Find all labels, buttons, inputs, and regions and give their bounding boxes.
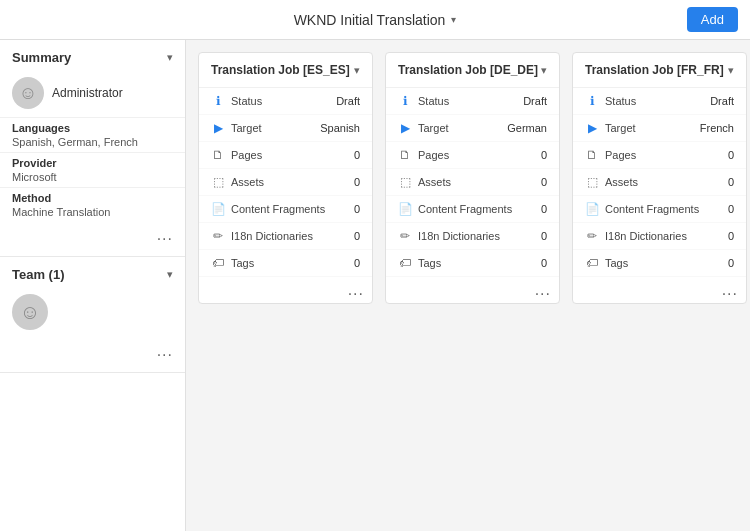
main-layout: Summary ▾ ☺ Administrator Languages Span… — [0, 40, 750, 531]
table-row: ℹ Status Draft — [199, 88, 372, 115]
team-more-button[interactable]: ... — [0, 338, 185, 368]
languages-value: Spanish, German, French — [12, 136, 173, 148]
row-value: 0 — [728, 257, 734, 269]
summary-panel: Summary ▾ ☺ Administrator Languages Span… — [0, 40, 185, 257]
job-card-es-rows: ℹ Status Draft ▶ Target Spanish 🗋 Pages … — [199, 88, 372, 277]
row-left: 📄 Content Fragments — [398, 202, 512, 216]
job-card-de-header: Translation Job [DE_DE] ▾ — [386, 53, 559, 88]
row-value: 0 — [354, 257, 360, 269]
summary-more-button[interactable]: ... — [0, 222, 185, 252]
avatar: ☺ — [12, 77, 44, 109]
table-row: ℹ Status Draft — [386, 88, 559, 115]
table-row: ✏ I18n Dictionaries 0 — [386, 223, 559, 250]
summary-user: ☺ Administrator — [0, 73, 185, 117]
row-value: 0 — [728, 149, 734, 161]
summary-panel-header: Summary ▾ — [0, 40, 185, 73]
table-row: 📄 Content Fragments 0 — [199, 196, 372, 223]
row-label: Content Fragments — [605, 203, 699, 215]
row-label: Assets — [418, 176, 451, 188]
row-label: Tags — [418, 257, 441, 269]
row-left: 📄 Content Fragments — [585, 202, 699, 216]
table-row: 📄 Content Fragments 0 — [573, 196, 746, 223]
languages-label: Languages — [12, 122, 173, 134]
team-chevron-icon[interactable]: ▾ — [167, 268, 173, 281]
row-value: 0 — [354, 203, 360, 215]
row-left: ✏ I18n Dictionaries — [398, 229, 500, 243]
row-left: ⬚ Assets — [211, 175, 264, 189]
method-label: Method — [12, 192, 173, 204]
add-button[interactable]: Add — [687, 7, 738, 32]
row-icon: 📄 — [398, 202, 412, 216]
row-label: Target — [605, 122, 636, 134]
row-icon: 📄 — [585, 202, 599, 216]
title-chevron-icon[interactable]: ▾ — [451, 14, 456, 25]
row-label: Pages — [605, 149, 636, 161]
user-name: Administrator — [52, 86, 123, 100]
provider-section: Provider Microsoft — [0, 152, 185, 187]
summary-title: Summary — [12, 50, 71, 65]
row-icon: 🏷 — [398, 256, 412, 270]
row-left: ℹ Status — [398, 94, 449, 108]
row-left: ⬚ Assets — [585, 175, 638, 189]
job-card-de-more-button[interactable]: ... — [386, 277, 559, 303]
job-card-fr-chevron-icon[interactable]: ▾ — [728, 64, 734, 77]
job-card-fr-header: Translation Job [FR_FR] ▾ — [573, 53, 746, 88]
row-icon: 🏷 — [585, 256, 599, 270]
row-value: 0 — [354, 230, 360, 242]
row-left: 🗋 Pages — [398, 148, 449, 162]
table-row: ✏ I18n Dictionaries 0 — [199, 223, 372, 250]
row-value: Spanish — [320, 122, 360, 134]
table-row: ▶ Target Spanish — [199, 115, 372, 142]
row-label: Status — [418, 95, 449, 107]
app-header: WKND Initial Translation ▾ Add — [0, 0, 750, 40]
row-value: French — [700, 122, 734, 134]
row-icon: ▶ — [398, 121, 412, 135]
summary-chevron-icon[interactable]: ▾ — [167, 51, 173, 64]
table-row: ▶ Target German — [386, 115, 559, 142]
row-icon: ▶ — [211, 121, 225, 135]
table-row: ℹ Status Draft — [573, 88, 746, 115]
job-card-es-more-button[interactable]: ... — [199, 277, 372, 303]
row-icon: ✏ — [211, 229, 225, 243]
translation-job-es: Translation Job [ES_ES] ▾ ℹ Status Draft… — [198, 52, 373, 519]
row-left: ▶ Target — [585, 121, 636, 135]
row-label: Assets — [231, 176, 264, 188]
row-label: I18n Dictionaries — [231, 230, 313, 242]
row-value: 0 — [541, 203, 547, 215]
table-row: 🗋 Pages 0 — [573, 142, 746, 169]
row-icon: 🏷 — [211, 256, 225, 270]
translation-job-fr: Translation Job [FR_FR] ▾ ℹ Status Draft… — [572, 52, 747, 519]
table-row: ⬚ Assets 0 — [573, 169, 746, 196]
team-panel-header: Team (1) ▾ — [0, 257, 185, 290]
row-icon: ▶ — [585, 121, 599, 135]
table-row: 🏷 Tags 0 — [386, 250, 559, 277]
row-value: 0 — [354, 149, 360, 161]
row-label: Content Fragments — [418, 203, 512, 215]
row-label: Status — [605, 95, 636, 107]
row-value: Draft — [710, 95, 734, 107]
row-icon: 🗋 — [211, 148, 225, 162]
row-left: ✏ I18n Dictionaries — [211, 229, 313, 243]
row-value: 0 — [728, 203, 734, 215]
row-value: 0 — [728, 230, 734, 242]
row-value: German — [507, 122, 547, 134]
row-icon: ⬚ — [398, 175, 412, 189]
row-icon: ⬚ — [585, 175, 599, 189]
row-label: Pages — [231, 149, 262, 161]
job-card-fr-more-button[interactable]: ... — [573, 277, 746, 303]
translation-job-de: Translation Job [DE_DE] ▾ ℹ Status Draft… — [385, 52, 560, 519]
job-card-fr-rows: ℹ Status Draft ▶ Target French 🗋 Pages 0… — [573, 88, 746, 277]
row-value: 0 — [541, 230, 547, 242]
table-row: 🏷 Tags 0 — [199, 250, 372, 277]
row-icon: 🗋 — [585, 148, 599, 162]
row-icon: 🗋 — [398, 148, 412, 162]
row-value: Draft — [336, 95, 360, 107]
row-left: ✏ I18n Dictionaries — [585, 229, 687, 243]
row-icon: ✏ — [398, 229, 412, 243]
row-label: Assets — [605, 176, 638, 188]
job-card-es-chevron-icon[interactable]: ▾ — [354, 64, 360, 77]
job-card-de-chevron-icon[interactable]: ▾ — [541, 64, 547, 77]
row-label: Target — [231, 122, 262, 134]
row-label: I18n Dictionaries — [605, 230, 687, 242]
table-row: 🗋 Pages 0 — [386, 142, 559, 169]
